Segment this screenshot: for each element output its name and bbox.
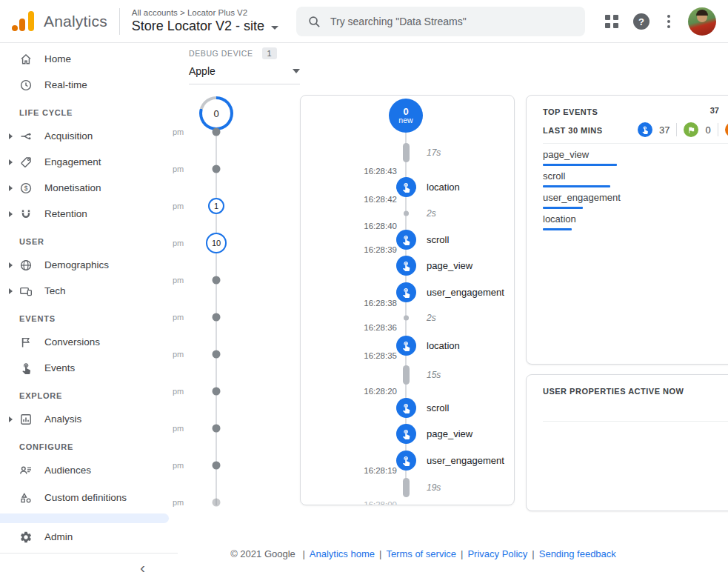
event-name[interactable]: scroll	[427, 234, 449, 245]
footer-link-terms-of-service[interactable]: Terms of service	[386, 548, 456, 559]
sidebar-item-label: Monetisation	[44, 182, 141, 194]
footer-link-sending-feedback[interactable]: Sending feedback	[539, 548, 616, 559]
event-marker[interactable]	[396, 177, 416, 197]
event-name[interactable]: page_view	[427, 428, 472, 439]
gap-capsule-marker	[403, 143, 410, 162]
minute-marker-dot[interactable]	[213, 313, 221, 322]
gap-capsule-marker	[403, 478, 410, 497]
event-name[interactable]: user_engagement	[427, 455, 504, 466]
minute-marker-dot[interactable]	[213, 462, 221, 470]
sidebar-item-demographics[interactable]: Demographics	[0, 252, 164, 278]
top-event-row[interactable]: user_engagement	[543, 190, 728, 212]
top-event-row[interactable]: scroll	[543, 169, 728, 190]
footer-separator: |	[302, 548, 304, 559]
sidebar-item-label: Admin	[44, 531, 141, 543]
sidebar-item-custom-definitions[interactable]: Custom definitions	[0, 483, 164, 513]
expand-arrow-icon[interactable]	[9, 211, 19, 217]
sidebar-item-home[interactable]: Home	[0, 46, 164, 72]
event-marker[interactable]	[396, 256, 416, 276]
expand-arrow-icon[interactable]	[9, 185, 19, 191]
event-name[interactable]: user_engagement	[427, 287, 504, 298]
minute-marker-dot[interactable]	[213, 128, 221, 136]
event-marker[interactable]	[396, 398, 416, 418]
minute-marker-count[interactable]: 10	[206, 233, 227, 253]
sidebar-item-real-time[interactable]: Real-time	[0, 72, 164, 98]
touch-icon	[638, 122, 652, 137]
event-marker[interactable]	[396, 336, 416, 356]
minute-marker-dot[interactable]	[213, 388, 221, 396]
event-marker[interactable]	[396, 282, 416, 302]
top-event-name: location	[543, 213, 576, 225]
expand-arrow-icon[interactable]	[9, 416, 19, 422]
minute-label: pm	[173, 498, 184, 507]
apps-grid-icon[interactable]	[605, 15, 618, 28]
footer-link-privacy-policy[interactable]: Privacy Policy	[467, 548, 527, 559]
sidebar-item-retention[interactable]: Retention	[0, 201, 164, 227]
top-event-bar	[543, 207, 583, 209]
counter-value: 37	[659, 124, 669, 136]
gap-duration-label: 15s	[427, 370, 441, 380]
minute-marker-dot[interactable]	[213, 165, 221, 173]
minute-label: pm	[173, 239, 184, 247]
top-event-name: scroll	[543, 170, 565, 182]
property-selector[interactable]: Store Locator V2 - site	[132, 19, 278, 34]
event-name[interactable]: scroll	[427, 402, 449, 413]
expand-arrow-icon[interactable]	[9, 288, 19, 294]
minute-row: pm	[167, 419, 248, 437]
sidebar-item-audiences[interactable]: Audiences	[0, 457, 164, 483]
expand-arrow-icon[interactable]	[9, 159, 19, 165]
minute-marker-count[interactable]: 1	[208, 198, 224, 214]
tag-icon	[19, 156, 33, 169]
sidebar-item-tech[interactable]: Tech	[0, 278, 164, 304]
event-marker[interactable]	[396, 424, 416, 444]
event-marker[interactable]	[396, 230, 416, 250]
user-avatar[interactable]	[688, 7, 716, 36]
sidebar-section-user: USER	[0, 231, 164, 252]
collapse-sidebar-button[interactable]: ‹	[140, 559, 145, 575]
footer-link-analytics-home[interactable]: Analytics home	[310, 548, 375, 559]
new-events-marker[interactable]: 0 new	[389, 99, 423, 133]
minute-marker-dot[interactable]	[213, 425, 221, 433]
expand-arrow-icon[interactable]	[9, 262, 19, 268]
gap-duration-label: 17s	[427, 147, 441, 158]
kebab-menu-icon[interactable]	[664, 12, 673, 31]
sidebar-item-events[interactable]: Events	[0, 355, 164, 381]
sidebar-item-label: Demographics	[44, 259, 141, 271]
sidebar-item-engagement[interactable]: Engagement	[0, 149, 164, 175]
minute-row: pm	[167, 160, 248, 178]
sidebar-item-acquisition[interactable]: Acquisition	[0, 123, 164, 149]
user-properties-title: USER PROPERTIES ACTIVE NOW	[543, 387, 684, 396]
minute-label: pm	[173, 164, 184, 173]
event-name[interactable]: location	[427, 340, 460, 351]
top-event-row[interactable]: location	[543, 212, 728, 233]
chart-icon	[19, 413, 33, 426]
minute-row: pm	[167, 271, 248, 289]
minute-marker-dot[interactable]	[213, 499, 221, 507]
event-name[interactable]: location	[427, 182, 460, 193]
sidebar-item-conversions[interactable]: Conversions	[0, 329, 164, 355]
sidebar-item-monetisation[interactable]: $Monetisation	[0, 175, 164, 201]
touch-icon	[401, 260, 412, 271]
new-events-label: new	[398, 116, 413, 124]
minute-row: pm	[167, 456, 248, 474]
top-events-title: TOP EVENTS	[543, 107, 598, 116]
top-event-row[interactable]: page_view	[543, 147, 728, 169]
copyright-text: © 2021 Google	[230, 548, 295, 559]
sidebar-item-admin[interactable]: Admin	[0, 524, 164, 550]
help-icon[interactable]: ?	[633, 13, 649, 30]
expand-arrow-icon[interactable]	[9, 133, 19, 139]
sidebar-item-analysis[interactable]: Analysis	[0, 406, 164, 432]
event-marker[interactable]	[396, 451, 416, 471]
search-input[interactable]: Try searching "Data Streams"	[296, 7, 585, 36]
devices-icon	[19, 285, 33, 298]
event-name[interactable]: page_view	[427, 260, 472, 271]
minute-marker-dot[interactable]	[213, 350, 221, 359]
sidebar-selected-item-highlight[interactable]	[0, 513, 169, 523]
user-properties-card: USER PROPERTIES ACTIVE NOW	[526, 374, 728, 511]
debug-device-select[interactable]: Apple	[189, 65, 300, 84]
minute-marker-dot[interactable]	[213, 276, 221, 285]
event-timestamp: 16:28:39	[301, 245, 397, 254]
sidebar-item-label: Custom definitions	[44, 492, 141, 504]
flag-icon	[684, 122, 698, 137]
gap-dot-marker	[404, 211, 409, 216]
